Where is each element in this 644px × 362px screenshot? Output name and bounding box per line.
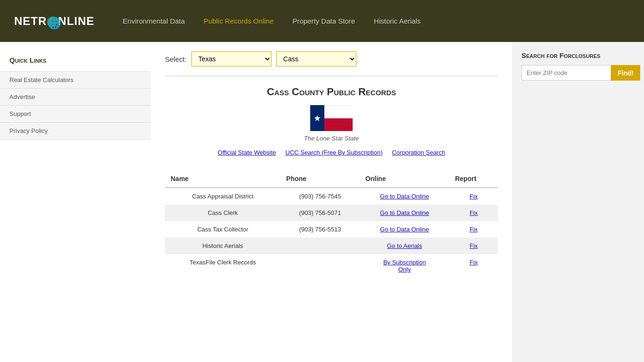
- cell-phone: [281, 238, 360, 254]
- cell-online-link[interactable]: Go to Data Online: [380, 193, 429, 200]
- state-select[interactable]: Texas: [191, 51, 272, 66]
- cell-report-link[interactable]: Fix: [470, 209, 478, 216]
- header: NETR🌐NLINE Environmental DataPublic Reco…: [0, 0, 644, 42]
- select-label: Select:: [165, 55, 187, 63]
- cell-online-link[interactable]: Go to Data Online: [380, 209, 429, 216]
- cell-online: Go to Data Online: [360, 205, 449, 221]
- find-button[interactable]: Find!: [611, 65, 640, 81]
- cell-name: Cass Appraisal District: [165, 188, 281, 205]
- cell-name: Historic Aerials: [165, 238, 281, 254]
- county-section: Cass County Public Records ★ The Lone St…: [165, 76, 498, 278]
- flag-star-icon: ★: [314, 113, 321, 123]
- cell-report: Fix: [449, 221, 498, 238]
- table-body: Cass Appraisal District(903) 756-7545Go …: [165, 188, 498, 278]
- table-row: Historic AerialsGo to AerialsFix: [165, 238, 498, 254]
- flag-blue: ★: [310, 105, 324, 131]
- page-wrapper: Quick Links Real Estate CalculatorsAdver…: [0, 42, 644, 362]
- table-row: Cass Appraisal District(903) 756-7545Go …: [165, 188, 498, 205]
- cell-online-link[interactable]: Go to Aerials: [387, 242, 422, 249]
- cell-online: By SubscriptionOnly: [360, 254, 449, 278]
- sidebar-item-privacy-policy[interactable]: Privacy Policy: [0, 122, 151, 140]
- records-table: NamePhoneOnlineReport Cass Appraisal Dis…: [165, 170, 498, 278]
- cell-phone: (903) 756-5071: [281, 205, 360, 221]
- cell-name: TexasFile Clerk Records: [165, 254, 281, 278]
- cell-name: Cass Tax Collector: [165, 221, 281, 238]
- globe-icon: 🌐: [47, 16, 58, 27]
- main-content: Select: Texas Cass Cass County Public Re…: [151, 42, 512, 362]
- table-row: Cass Tax Collector(903) 756-5513Go to Da…: [165, 221, 498, 238]
- cell-report-link[interactable]: Fix: [470, 242, 478, 249]
- foreclosure-form: Find!: [521, 65, 635, 81]
- foreclosure-title: Search for Forclosures: [521, 51, 635, 59]
- sidebar-item-support[interactable]: Support: [0, 105, 151, 122]
- cell-report-link[interactable]: Fix: [470, 226, 478, 233]
- col-header-report: Report: [449, 170, 498, 188]
- nav-link-property-data-store[interactable]: Property Data Store: [292, 17, 355, 25]
- sidebar-item-real-estate-calculators[interactable]: Real Estate Calculators: [0, 71, 151, 88]
- county-link-official-state-website[interactable]: Official State Website: [218, 149, 276, 156]
- col-header-name: Name: [165, 170, 281, 188]
- county-link-ucc-search-(free-by-subscription)[interactable]: UCC Search (Free By Subscription): [286, 149, 383, 156]
- main-nav: Environmental DataPublic Records OnlineP…: [123, 17, 421, 25]
- cell-report-link[interactable]: Fix: [470, 259, 478, 266]
- zip-input[interactable]: [521, 65, 611, 81]
- right-sidebar: Search for Forclosures Find!: [512, 42, 644, 362]
- cell-name: Cass Clerk: [165, 205, 281, 221]
- cell-report-link[interactable]: Fix: [470, 193, 478, 200]
- cell-phone: (903) 756-5513: [281, 221, 360, 238]
- flag-white-stripe: [324, 105, 353, 118]
- table-head: NamePhoneOnlineReport: [165, 170, 498, 188]
- sidebar-title: Quick Links: [0, 51, 151, 71]
- county-select[interactable]: Cass: [276, 51, 356, 66]
- county-links-row: Official State WebsiteUCC Search (Free B…: [165, 149, 498, 156]
- col-header-phone: Phone: [281, 170, 360, 188]
- cell-report: Fix: [449, 205, 498, 221]
- nav-link-environmental-data[interactable]: Environmental Data: [123, 17, 185, 25]
- logo[interactable]: NETR🌐NLINE: [14, 15, 94, 28]
- table-row: TexasFile Clerk RecordsBy SubscriptionOn…: [165, 254, 498, 278]
- cell-phone: [281, 254, 360, 278]
- cell-report: Fix: [449, 188, 498, 205]
- sidebar-item-advertise[interactable]: Advertise: [0, 88, 151, 105]
- texas-flag: ★: [310, 105, 353, 131]
- table-row: Cass Clerk(903) 756-5071Go to Data Onlin…: [165, 205, 498, 221]
- county-link-corporation-search[interactable]: Corporation Search: [392, 149, 445, 156]
- flag-stripes: [324, 105, 353, 131]
- cell-online: Go to Data Online: [360, 221, 449, 238]
- cell-online: Go to Aerials: [360, 238, 449, 254]
- left-sidebar: Quick Links Real Estate CalculatorsAdver…: [0, 42, 151, 362]
- cell-phone: (903) 756-7545: [281, 188, 360, 205]
- county-title: Cass County Public Records: [165, 86, 498, 98]
- flag-red-stripe: [324, 118, 353, 131]
- cell-report: Fix: [449, 238, 498, 254]
- nav-link-historic-aerials[interactable]: Historic Aerials: [374, 17, 421, 25]
- cell-report: Fix: [449, 254, 498, 278]
- cell-online-link[interactable]: Go to Data Online: [380, 226, 429, 233]
- table-header-row: NamePhoneOnlineReport: [165, 170, 498, 188]
- state-caption: The Lone Star State: [165, 135, 498, 142]
- cell-online: Go to Data Online: [360, 188, 449, 205]
- nav-link-public-records-online[interactable]: Public Records Online: [204, 17, 273, 25]
- selector-row: Select: Texas Cass: [165, 51, 498, 66]
- col-header-online: Online: [360, 170, 449, 188]
- cell-online-link[interactable]: By SubscriptionOnly: [383, 259, 426, 273]
